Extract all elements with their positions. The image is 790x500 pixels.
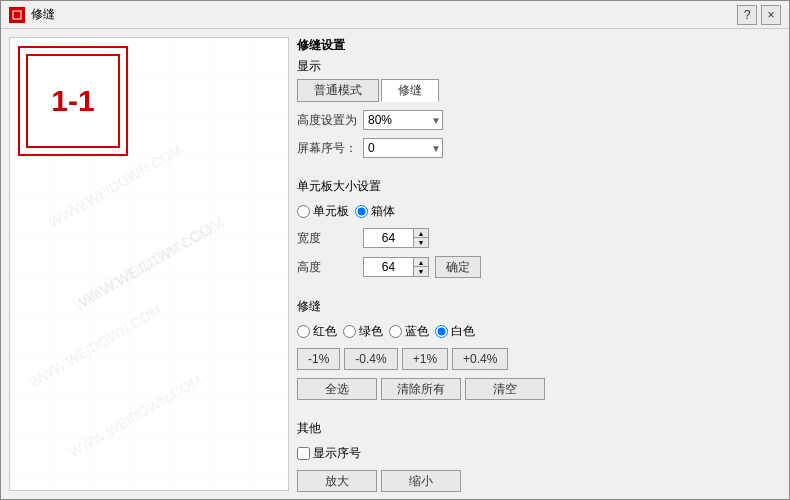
btn-zoom-in[interactable]: 放大 bbox=[297, 470, 377, 492]
show-seq-row: 显示序号 bbox=[297, 445, 781, 462]
cell-size-radio-row: 单元板 箱体 bbox=[297, 203, 781, 220]
radio-blue-input[interactable] bbox=[389, 325, 402, 338]
select-clear-row: 全选 清除所有 清空 bbox=[297, 378, 781, 400]
screen-seq-label: 屏幕序号： bbox=[297, 140, 357, 157]
check-show-seq-label: 显示序号 bbox=[313, 445, 361, 462]
width-spin-up[interactable]: ▲ bbox=[414, 229, 428, 238]
btn-plus04[interactable]: +0.4% bbox=[452, 348, 508, 370]
tab-fix-btn[interactable]: 修缝 bbox=[381, 79, 439, 102]
check-show-seq[interactable]: 显示序号 bbox=[297, 445, 361, 462]
screen-seq-wrapper: 0 ▼ bbox=[363, 138, 443, 158]
settings-title: 修缝设置 bbox=[297, 37, 781, 54]
check-show-seq-input[interactable] bbox=[297, 447, 310, 460]
width-row: 宽度 ▲ ▼ bbox=[297, 228, 781, 248]
height-spinner: ▲ ▼ bbox=[363, 257, 429, 277]
btn-select-all[interactable]: 全选 bbox=[297, 378, 377, 400]
display-label: 显示 bbox=[297, 58, 781, 75]
main-window: 修缝 ? × WWW.WEIDOWN.COM 1-1 bbox=[0, 0, 790, 500]
btn-plus1[interactable]: +1% bbox=[402, 348, 448, 370]
tab-row: 普通模式 修缝 bbox=[297, 79, 781, 102]
cell-inner-border: 1-1 bbox=[26, 54, 120, 148]
height-input[interactable] bbox=[363, 257, 413, 277]
width-spinner: ▲ ▼ bbox=[363, 228, 429, 248]
zoom-row: 放大 缩小 bbox=[297, 470, 781, 492]
window-icon bbox=[9, 7, 25, 23]
other-title: 其他 bbox=[297, 420, 781, 437]
radio-green-input[interactable] bbox=[343, 325, 356, 338]
close-button[interactable]: × bbox=[761, 5, 781, 25]
window-title: 修缝 bbox=[31, 6, 55, 23]
btn-clear-select[interactable]: 清除所有 bbox=[381, 378, 461, 400]
percent-btn-row: -1% -0.4% +1% +0.4% bbox=[297, 348, 781, 370]
left-panel: WWW.WEIDOWN.COM 1-1 WWW.WEIDOWN.COM WWW.… bbox=[9, 37, 289, 491]
radio-cell-board-label: 单元板 bbox=[313, 203, 349, 220]
tab-normal-btn[interactable]: 普通模式 bbox=[297, 79, 379, 102]
cell-label: 1-1 bbox=[51, 84, 94, 118]
radio-red-label: 红色 bbox=[313, 323, 337, 340]
radio-cell-board[interactable]: 单元板 bbox=[297, 203, 349, 220]
width-spin-down[interactable]: ▼ bbox=[414, 238, 428, 247]
radio-blue-label: 蓝色 bbox=[405, 323, 429, 340]
height-size-label: 高度 bbox=[297, 259, 357, 276]
radio-white-input[interactable] bbox=[435, 325, 448, 338]
btn-minus1[interactable]: -1% bbox=[297, 348, 340, 370]
radio-green[interactable]: 绿色 bbox=[343, 323, 383, 340]
content-area: WWW.WEIDOWN.COM 1-1 WWW.WEIDOWN.COM WWW.… bbox=[1, 29, 789, 499]
radio-green-label: 绿色 bbox=[359, 323, 383, 340]
radio-white-label: 白色 bbox=[451, 323, 475, 340]
btn-clear[interactable]: 清空 bbox=[465, 378, 545, 400]
right-panel: 修缝设置 显示 普通模式 修缝 高度设置为 80% ▼ 屏幕序号： bbox=[297, 29, 789, 499]
radio-cabinet-input[interactable] bbox=[355, 205, 368, 218]
height-spin-down[interactable]: ▼ bbox=[414, 267, 428, 276]
radio-cabinet-label: 箱体 bbox=[371, 203, 395, 220]
radio-red-input[interactable] bbox=[297, 325, 310, 338]
btn-minus04[interactable]: -0.4% bbox=[344, 348, 397, 370]
height-spin-btns: ▲ ▼ bbox=[413, 257, 429, 277]
screen-seq-row: 屏幕序号： 0 ▼ bbox=[297, 138, 781, 158]
height-spin-up[interactable]: ▲ bbox=[414, 258, 428, 267]
help-button[interactable]: ? bbox=[737, 5, 757, 25]
confirm-btn[interactable]: 确定 bbox=[435, 256, 481, 278]
color-radio-row: 红色 绿色 蓝色 白色 bbox=[297, 323, 781, 340]
height-size-row: 高度 ▲ ▼ 确定 bbox=[297, 256, 781, 278]
fix-section-title: 修缝 bbox=[297, 298, 781, 315]
radio-blue[interactable]: 蓝色 bbox=[389, 323, 429, 340]
screen-seq-select[interactable]: 0 bbox=[363, 138, 443, 158]
height-select-wrapper: 80% ▼ bbox=[363, 110, 443, 130]
width-spin-btns: ▲ ▼ bbox=[413, 228, 429, 248]
cell-outer-border: 1-1 bbox=[18, 46, 128, 156]
cell-size-title: 单元板大小设置 bbox=[297, 178, 781, 195]
height-select[interactable]: 80% bbox=[363, 110, 443, 130]
radio-cabinet[interactable]: 箱体 bbox=[355, 203, 395, 220]
title-bar: 修缝 ? × bbox=[1, 1, 789, 29]
radio-cell-board-input[interactable] bbox=[297, 205, 310, 218]
width-label: 宽度 bbox=[297, 230, 357, 247]
height-setting-row: 高度设置为 80% ▼ bbox=[297, 110, 781, 130]
btn-zoom-out[interactable]: 缩小 bbox=[381, 470, 461, 492]
width-input[interactable] bbox=[363, 228, 413, 248]
height-label: 高度设置为 bbox=[297, 112, 357, 129]
radio-white[interactable]: 白色 bbox=[435, 323, 475, 340]
radio-red[interactable]: 红色 bbox=[297, 323, 337, 340]
